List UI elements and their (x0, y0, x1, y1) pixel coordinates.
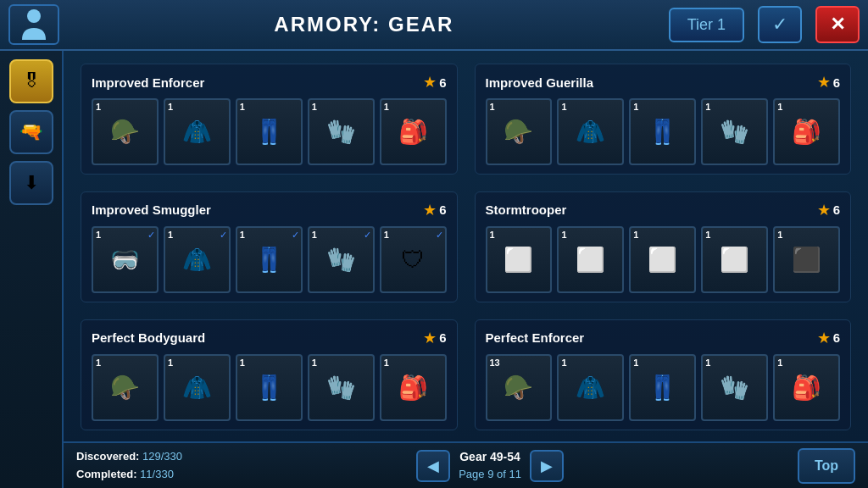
gear-set-header: Perfect Bodyguard★6 (92, 329, 447, 347)
item-count: 1 (240, 230, 245, 240)
gear-item-3[interactable]: 1🧤 (308, 98, 375, 165)
gear-items-row: 1🪖1🧥1👖1🧤1🎒 (92, 354, 447, 421)
gear-item-4[interactable]: 1🎒 (380, 98, 447, 165)
star-icon: ★ (423, 201, 437, 219)
gear-items-row: ✓1🥽✓1🧥✓1👖✓1🧤✓1🛡 (92, 226, 447, 293)
close-button[interactable]: ✕ (815, 6, 860, 43)
gear-item-1[interactable]: 1⬜ (557, 226, 624, 293)
item-check-icon: ✓ (220, 230, 227, 241)
next-page-button[interactable]: ▶ (530, 450, 564, 482)
player-icon-button[interactable] (8, 4, 59, 45)
gear-item-0[interactable]: 1🪖 (486, 98, 553, 165)
close-icon: ✕ (830, 14, 845, 36)
item-image: 🪖 (493, 106, 544, 157)
item-check-icon: ✓ (436, 230, 443, 241)
gear-item-0[interactable]: 1⬜ (486, 226, 553, 293)
gear-set-perfect_bodyguard: Perfect Bodyguard★61🪖1🧥1👖1🧤1🎒 (81, 319, 458, 430)
gear-item-2[interactable]: ✓1👖 (236, 226, 303, 293)
top-button[interactable]: Top (798, 448, 855, 484)
gear-set-name: Improved Smuggler (92, 202, 211, 217)
gear-item-1[interactable]: ✓1🧥 (164, 226, 231, 293)
sidebar-icon-gear[interactable]: 🎖 (9, 59, 53, 103)
item-image: 🧥 (565, 362, 616, 413)
check-icon: ✓ (772, 14, 787, 36)
gear-item-0[interactable]: 1🪖 (92, 98, 159, 165)
gear-items-row: 1⬜1⬜1⬜1⬜1⬛ (486, 226, 841, 293)
gear-items-row: 13🪖1🧥1👖1🧤1🎒 (486, 354, 841, 421)
gear-set-count: 6 (833, 330, 840, 345)
gear-set-count: 6 (439, 75, 446, 90)
tier-button[interactable]: Tier 1 (669, 8, 744, 42)
item-image: 🎒 (782, 106, 832, 157)
gear-set-header: Stormtrooper★6 (486, 201, 841, 219)
gear-item-3[interactable]: 1🧤 (701, 354, 768, 421)
page-title: ARMORY: GEAR (59, 13, 669, 36)
gear-item-1[interactable]: 1🧥 (164, 354, 231, 421)
gear-item-4[interactable]: 1🎒 (773, 354, 840, 421)
item-image: 🧤 (315, 362, 366, 413)
item-count: 1 (705, 102, 710, 112)
gear-item-0[interactable]: ✓1🥽 (92, 226, 159, 293)
prev-page-button[interactable]: ◀ (416, 450, 450, 482)
svg-point-0 (27, 9, 41, 23)
gear-set-stars: ★6 (423, 201, 446, 219)
gear-item-3[interactable]: ✓1🧤 (308, 226, 375, 293)
gear-item-1[interactable]: 1🧥 (557, 354, 624, 421)
gear-item-1[interactable]: 1🧥 (164, 98, 231, 165)
page-info: Gear 49-54 Page 9 of 11 (459, 448, 521, 483)
item-count: 1 (705, 230, 710, 240)
gear-item-2[interactable]: 1👖 (236, 98, 303, 165)
gear-item-0[interactable]: 1🪖 (92, 354, 159, 421)
item-image: 🥽 (99, 234, 150, 285)
gear-set-improved_smuggler: Improved Smuggler★6✓1🥽✓1🧥✓1👖✓1🧤✓1🛡 (81, 191, 458, 302)
sidebar-icon-download[interactable]: ⬇ (9, 161, 53, 205)
gear-item-4[interactable]: 1⬛ (773, 226, 840, 293)
star-icon: ★ (423, 73, 437, 92)
item-count: 1 (312, 358, 317, 368)
star-icon: ★ (817, 73, 831, 92)
gear-item-2[interactable]: 1👖 (236, 354, 303, 421)
item-image: ⬜ (637, 234, 688, 285)
sidebar-icon-weapons[interactable]: 🔫 (9, 110, 53, 154)
item-image: 👖 (243, 234, 294, 285)
gear-item-2[interactable]: 1⬜ (629, 226, 696, 293)
item-image: 🪖 (493, 362, 544, 413)
gear-item-2[interactable]: 1👖 (629, 354, 696, 421)
gear-item-3[interactable]: 1🧤 (701, 98, 768, 165)
gear-item-3[interactable]: 1⬜ (701, 226, 768, 293)
gear-item-4[interactable]: 1🎒 (380, 354, 447, 421)
title-prefix: ARMORY: (274, 13, 388, 36)
footer: Discovered: 129/330 Completed: 11/330 ◀ … (64, 441, 868, 488)
star-icon: ★ (817, 329, 831, 347)
item-image: 🎒 (782, 362, 832, 413)
gear-item-2[interactable]: 1👖 (629, 98, 696, 165)
star-icon: ★ (817, 201, 831, 219)
gear-items-row: 1🪖1🧥1👖1🧤1🎒 (486, 98, 841, 165)
item-count: 1 (490, 102, 495, 112)
person-icon (20, 8, 47, 42)
gear-set-stars: ★6 (817, 329, 840, 347)
item-image: 👖 (637, 362, 688, 413)
item-image: 🧤 (709, 362, 760, 413)
item-count: 1 (561, 230, 566, 240)
item-image: ⬜ (709, 234, 760, 285)
item-image: 🧤 (315, 106, 366, 157)
item-count: 1 (384, 358, 389, 368)
gear-item-0[interactable]: 13🪖 (486, 354, 553, 421)
item-image: ⬜ (493, 234, 544, 285)
item-count: 1 (168, 230, 173, 240)
gear-item-1[interactable]: 1🧥 (557, 98, 624, 165)
gear-set-name: Improved Enforcer (92, 75, 204, 90)
item-count: 1 (777, 230, 782, 240)
confirm-button[interactable]: ✓ (758, 6, 802, 43)
gear-item-4[interactable]: ✓1🛡 (380, 226, 447, 293)
item-count: 1 (168, 358, 173, 368)
gear-set-improved_guerilla: Improved Guerilla★61🪖1🧥1👖1🧤1🎒 (475, 64, 852, 175)
item-image: 🪖 (99, 106, 150, 157)
gear-item-3[interactable]: 1🧤 (308, 354, 375, 421)
item-image: ⬜ (565, 234, 616, 285)
gear-set-header: Improved Enforcer★6 (92, 73, 447, 92)
gear-item-4[interactable]: 1🎒 (773, 98, 840, 165)
gear-set-improved_enforcer: Improved Enforcer★61🪖1🧥1👖1🧤1🎒 (81, 64, 458, 175)
item-image: 👖 (243, 106, 294, 157)
